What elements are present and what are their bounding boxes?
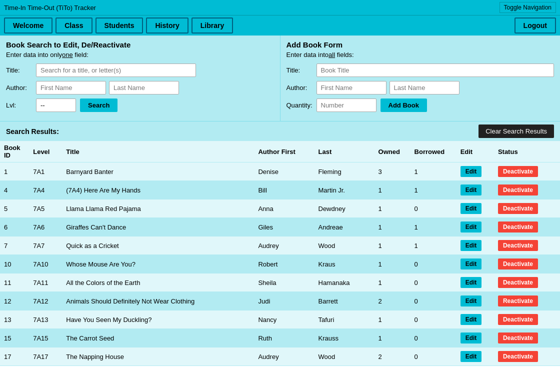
cell-author-first: Sheila [254, 274, 314, 292]
add-title-row: Title: [286, 64, 554, 77]
search-button[interactable]: Search [80, 98, 118, 112]
cell-title: The Napping House [62, 348, 254, 366]
nav-welcome[interactable]: Welcome [4, 18, 52, 34]
add-subtitle-underline: all [328, 51, 335, 58]
cell-status: Deactivate [494, 329, 560, 348]
edit-button[interactable]: Edit [460, 222, 482, 232]
cell-edit: Edit [456, 329, 494, 348]
cell-borrowed: 0 [410, 292, 456, 310]
add-book-panel: Add Book Form Enter data intoall fields:… [280, 36, 560, 121]
search-author-last-input[interactable] [109, 81, 179, 94]
cell-bookid: 11 [0, 274, 29, 292]
status-button[interactable]: Deactivate [498, 184, 538, 196]
search-lvl-input[interactable] [36, 98, 76, 112]
table-row: 1 7A1 Barnyard Banter Denise Fleming 3 1… [0, 162, 560, 181]
cell-status: Deactivate [494, 274, 560, 292]
col-header-owned: Owned [374, 141, 410, 162]
cell-last: Tafuri [314, 310, 374, 329]
add-panel-subtitle: Enter data intoall fields: [286, 51, 554, 58]
cell-author-first: Judi [254, 292, 314, 310]
logout-button[interactable]: Logout [514, 18, 556, 34]
edit-button[interactable]: Edit [460, 203, 482, 214]
search-author-row: Author: [6, 81, 274, 94]
edit-button[interactable]: Edit [460, 314, 482, 325]
app-title: Time-In Time-Out (TiTo) Tracker [4, 4, 96, 12]
add-author-first-input[interactable] [316, 81, 386, 94]
edit-button[interactable]: Edit [460, 277, 482, 288]
cell-borrowed: 0 [410, 329, 456, 348]
status-button[interactable]: Deactivate [498, 258, 538, 270]
cell-last: Krauss [314, 329, 374, 348]
edit-button[interactable]: Edit [460, 184, 482, 196]
cell-bookid: 4 [0, 181, 29, 200]
table-row: 10 7A10 Whose Mouse Are You? Robert Krau… [0, 255, 560, 274]
search-author-first-input[interactable] [36, 81, 106, 94]
status-button[interactable]: Deactivate [498, 222, 538, 232]
table-row: 4 7A4 (7A4) Here Are My Hands Bill Marti… [0, 181, 560, 200]
table-row: 12 7A12 Animals Should Definitely Not We… [0, 292, 560, 310]
cell-status: Deactivate [494, 218, 560, 236]
status-button[interactable]: Deactivate [498, 332, 538, 344]
edit-button[interactable]: Edit [460, 351, 482, 362]
cell-last: Hamanaka [314, 274, 374, 292]
status-button[interactable]: Reactivate [498, 296, 538, 306]
clear-results-button[interactable]: Clear Search Results [478, 124, 554, 138]
edit-button[interactable]: Edit [460, 332, 482, 344]
cell-bookid: 1 [0, 162, 29, 181]
cell-level: 7A4 [29, 181, 62, 200]
add-quantity-input[interactable] [316, 98, 376, 112]
search-title-row: Title: [6, 64, 274, 77]
cell-bookid: 10 [0, 255, 29, 274]
cell-last: Andreae [314, 218, 374, 236]
cell-last: Wood [314, 236, 374, 255]
cell-borrowed: 1 [410, 162, 456, 181]
cell-last: Wood [314, 348, 374, 366]
results-label: Search Results: [6, 128, 59, 136]
cell-author-first: Denise [254, 162, 314, 181]
search-lvl-row: Lvl: Search [6, 98, 274, 112]
search-panel-title: Book Search to Edit, De/Reactivate [6, 40, 274, 49]
cell-level: 7A5 [29, 200, 62, 218]
cell-title: The Carrot Seed [62, 329, 254, 348]
status-button[interactable]: Deactivate [498, 314, 538, 325]
search-title-input[interactable] [36, 64, 196, 77]
results-bar: Search Results: Clear Search Results [0, 121, 560, 141]
cell-owned: 1 [374, 274, 410, 292]
nav-history[interactable]: History [146, 18, 188, 34]
nav-library[interactable]: Library [192, 18, 233, 34]
edit-button[interactable]: Edit [460, 240, 482, 251]
add-book-button[interactable]: Add Book [380, 98, 427, 112]
status-button[interactable]: Deactivate [498, 203, 538, 214]
edit-button[interactable]: Edit [460, 166, 482, 177]
subtitle-underline: one [62, 51, 73, 58]
cell-edit: Edit [456, 274, 494, 292]
cell-bookid: 12 [0, 292, 29, 310]
nav-links: Welcome Class Students History Library [4, 18, 233, 34]
cell-author-first: Robert [254, 255, 314, 274]
edit-button[interactable]: Edit [460, 258, 482, 270]
table-row: 11 7A11 All the Colors of the Earth Shei… [0, 274, 560, 292]
cell-edit: Edit [456, 236, 494, 255]
cell-bookid: 15 [0, 329, 29, 348]
search-title-label: Title: [6, 66, 36, 74]
nav-students[interactable]: Students [96, 18, 144, 34]
add-author-last-input[interactable] [390, 81, 460, 94]
cell-last: Barrett [314, 292, 374, 310]
cell-title: Whose Mouse Are You? [62, 255, 254, 274]
add-panel-title: Add Book Form [286, 40, 554, 49]
cell-borrowed: 0 [410, 310, 456, 329]
status-button[interactable]: Deactivate [498, 277, 538, 288]
table-row: 5 7A5 Llama Llama Red Pajama Anna Dewdne… [0, 200, 560, 218]
nav-class[interactable]: Class [56, 18, 92, 34]
col-header-author-first: Author First [254, 141, 314, 162]
status-button[interactable]: Deactivate [498, 351, 538, 362]
add-subtitle-text: Enter data into [286, 51, 329, 58]
status-button[interactable]: Deactivate [498, 166, 538, 177]
add-title-input[interactable] [316, 64, 554, 77]
toggle-nav-button[interactable]: Toggle Navigation [500, 2, 556, 13]
cell-author-first: Giles [254, 218, 314, 236]
cell-author-first: Audrey [254, 348, 314, 366]
cell-last: Martin Jr. [314, 181, 374, 200]
status-button[interactable]: Deactivate [498, 240, 538, 251]
edit-button[interactable]: Edit [460, 296, 482, 306]
